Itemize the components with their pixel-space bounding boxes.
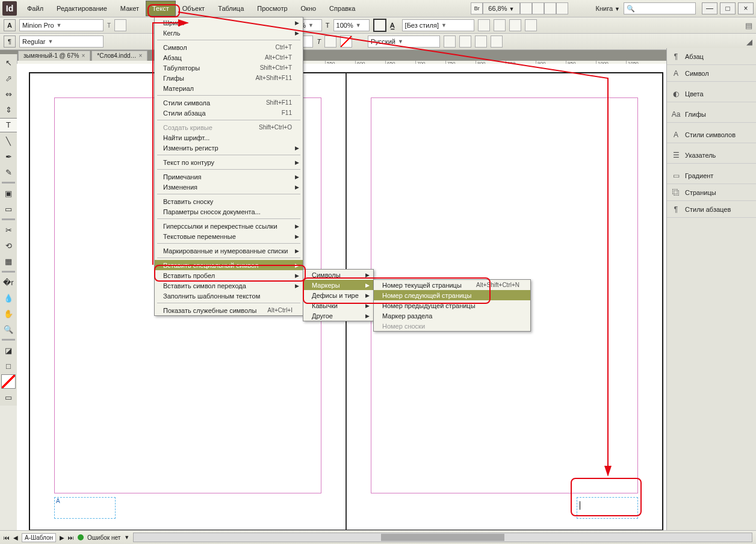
rect-tool[interactable]: ▭ bbox=[1, 202, 16, 216]
menu-item[interactable]: Текст по контуру▶ bbox=[155, 157, 303, 167]
font-size-field[interactable] bbox=[114, 19, 126, 31]
panel-Глифы[interactable]: AaГлифы bbox=[667, 106, 756, 123]
menu-item[interactable]: Изменения▶ bbox=[155, 182, 303, 192]
type-tool[interactable]: T bbox=[0, 118, 18, 132]
menu-item[interactable]: Вставить символ перехода▶ bbox=[155, 280, 303, 291]
menu-item[interactable]: Материал bbox=[155, 83, 303, 93]
markers-submenu[interactable]: Номер текущей страницыAlt+Shift+Ctrl+NНо… bbox=[373, 279, 531, 332]
align-3[interactable] bbox=[509, 19, 521, 31]
char-mode-button[interactable]: A bbox=[4, 19, 16, 31]
panel-Указатель[interactable]: ☰Указатель bbox=[667, 147, 756, 164]
page-prev-icon[interactable]: ◀ bbox=[13, 534, 18, 541]
bridge-icon[interactable]: Br bbox=[471, 2, 483, 14]
align-7[interactable] bbox=[475, 36, 487, 48]
menu-текст[interactable]: Текст bbox=[146, 1, 176, 16]
menu-item[interactable]: Изменить регистр▶ bbox=[155, 143, 303, 153]
menu-окно[interactable]: Окно bbox=[294, 1, 323, 16]
panel-Стили абзацев[interactable]: ¶Стили абзацев bbox=[667, 201, 756, 218]
transform-tool[interactable]: ⟲ bbox=[1, 238, 16, 253]
zoom-display[interactable]: 66,8% ▼ bbox=[483, 2, 519, 14]
view-icon-4[interactable] bbox=[556, 2, 568, 14]
close-tab-icon[interactable]: × bbox=[82, 51, 85, 61]
panel-Символ[interactable]: AСимвол bbox=[667, 65, 756, 82]
menu-item[interactable]: Дефисы и тире▶ bbox=[303, 290, 373, 300]
menu-item[interactable]: Маркеры▶ bbox=[303, 280, 373, 290]
menu-item[interactable]: Заполнить шаблонным текстом bbox=[155, 291, 303, 301]
minimize-button[interactable]: — bbox=[702, 2, 717, 14]
page-tool[interactable]: ⇔ bbox=[1, 87, 16, 101]
document-tab[interactable]: *Слов4.indd…× bbox=[91, 51, 147, 61]
screen-mode-icon[interactable]: ▭ bbox=[1, 390, 16, 404]
font-family-select[interactable]: Minion Pro▼ bbox=[19, 19, 104, 31]
workspace-label[interactable]: Книга ▼ bbox=[592, 5, 624, 12]
apply-none-icon[interactable] bbox=[1, 374, 16, 389]
search-input[interactable]: 🔍 bbox=[624, 2, 696, 14]
document-tab[interactable]: зымянный-1 @ 67%× bbox=[18, 51, 90, 61]
page-next-icon[interactable]: ▶ bbox=[60, 534, 64, 541]
menu-item[interactable]: Найти шрифт... bbox=[155, 132, 303, 143]
menu-item[interactable]: Номер текущей страницыAlt+Shift+Ctrl+N bbox=[374, 280, 530, 290]
pen-tool[interactable]: ✒ bbox=[1, 149, 16, 164]
align-5[interactable] bbox=[444, 36, 456, 48]
direct-selection-tool[interactable]: ⬀ bbox=[1, 71, 16, 85]
menu-item[interactable]: Кавычки▶ bbox=[303, 300, 373, 311]
gap-tool[interactable]: ⇕ bbox=[1, 102, 16, 117]
menu-item[interactable]: Другое▶ bbox=[303, 311, 373, 321]
menu-редактирование[interactable]: Редактирование bbox=[50, 1, 114, 16]
menu-item[interactable]: Стили абзацаF11 bbox=[155, 108, 303, 118]
menu-просмотр[interactable]: Просмотр bbox=[250, 1, 294, 16]
scissors-tool[interactable]: ✂ bbox=[1, 223, 16, 237]
menu-объект[interactable]: Объект bbox=[176, 1, 211, 16]
menu-item[interactable]: Шрифт▶ bbox=[155, 17, 303, 28]
view-icon-3[interactable] bbox=[544, 2, 556, 14]
panel-Цвета[interactable]: ◐Цвета bbox=[667, 85, 756, 102]
close-button[interactable]: × bbox=[738, 2, 754, 14]
para-mode-button[interactable]: ¶ bbox=[4, 36, 16, 48]
note-tool[interactable]: �r bbox=[1, 275, 16, 289]
selection-tool[interactable]: ↖ bbox=[1, 55, 16, 70]
align-1[interactable] bbox=[478, 19, 490, 31]
menu-item[interactable]: Символы▶ bbox=[303, 270, 373, 280]
preflight-status-icon[interactable] bbox=[78, 534, 84, 540]
menu-item[interactable]: Номер предыдущей страницы bbox=[374, 300, 530, 311]
page-first-icon[interactable]: ⏮ bbox=[4, 534, 10, 541]
panel-Стили символов[interactable]: AСтили символов bbox=[667, 126, 756, 143]
align-8[interactable] bbox=[491, 36, 503, 48]
lang-select[interactable]: Русский▼ bbox=[368, 36, 440, 48]
menu-item[interactable]: Вставить специальный символ▶ bbox=[155, 260, 303, 270]
panel-Абзац[interactable]: ¶Абзац bbox=[667, 48, 756, 65]
page-last-icon[interactable]: ⏭ bbox=[68, 534, 74, 541]
menu-item[interactable]: Стили символаShift+F11 bbox=[155, 97, 303, 108]
menu-item[interactable]: Текстовые переменные▶ bbox=[155, 231, 303, 241]
left-page-number-frame[interactable]: A bbox=[54, 497, 116, 519]
align-4[interactable] bbox=[525, 19, 537, 31]
insert-special-submenu[interactable]: Символы▶Маркеры▶Дефисы и тире▶Кавычки▶Др… bbox=[303, 269, 374, 321]
right-page-number-frame[interactable] bbox=[577, 497, 638, 519]
panel-menu-icon[interactable]: ▤ bbox=[745, 21, 752, 30]
preflight-menu-icon[interactable]: ▼ bbox=[124, 534, 129, 540]
panel-Градиент[interactable]: ▭Градиент bbox=[667, 167, 756, 184]
horizontal-scrollbar[interactable] bbox=[133, 533, 752, 542]
menu-item[interactable]: Вставить пробел▶ bbox=[155, 270, 303, 280]
menu-item[interactable]: Кегль▶ bbox=[155, 28, 303, 38]
menu-справка[interactable]: Справка bbox=[323, 1, 362, 16]
panel-Страницы[interactable]: ⿻Страницы bbox=[667, 184, 756, 201]
rect-frame-tool[interactable]: ▣ bbox=[1, 186, 16, 200]
skew-field[interactable] bbox=[324, 36, 336, 48]
text-menu[interactable]: Шрифт▶Кегль▶СимволCtrl+TАбзацAlt+Ctrl+TТ… bbox=[154, 17, 303, 316]
menu-item[interactable]: Номер следующей страницы bbox=[374, 290, 530, 300]
align-2[interactable] bbox=[494, 19, 506, 31]
font-style-select[interactable]: Regular▼ bbox=[19, 36, 104, 48]
hand-tool[interactable]: ✋ bbox=[1, 306, 16, 321]
default-fill-icon[interactable]: □ bbox=[1, 359, 16, 373]
tt-icon[interactable] bbox=[373, 19, 386, 32]
menu-item[interactable]: Параметры сносок документа... bbox=[155, 206, 303, 217]
fill-none-icon[interactable] bbox=[340, 36, 352, 48]
align-6[interactable] bbox=[459, 36, 471, 48]
fill-stroke-swap[interactable]: ◪ bbox=[1, 343, 16, 357]
close-tab-icon[interactable]: × bbox=[139, 51, 143, 61]
menu-item[interactable]: Маркер раздела bbox=[374, 311, 530, 321]
gradient-tool[interactable]: ▦ bbox=[1, 254, 16, 268]
zoom-tool[interactable]: 🔍 bbox=[1, 322, 16, 336]
menu-item[interactable]: ГлифыAlt+Shift+F11 bbox=[155, 73, 303, 83]
